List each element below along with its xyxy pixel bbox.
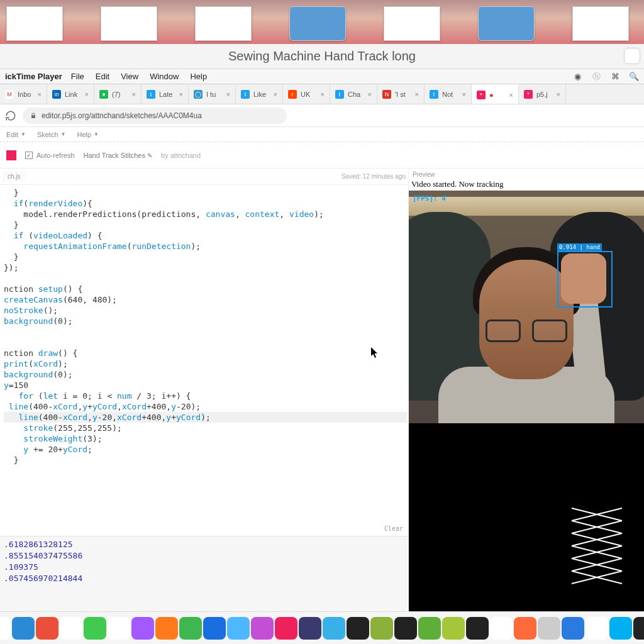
code-editor[interactable]: } if(renderVideo){ model.renderPredictio… [0, 185, 408, 536]
editor-menu-edit[interactable]: Edit▼ [6, 131, 26, 138]
creative-cloud-icon[interactable]: ⌘ [610, 72, 620, 82]
browser-tab[interactable]: tLate× [142, 84, 189, 104]
tab-close-icon[interactable]: × [85, 91, 89, 98]
tab-favicon: * [477, 91, 486, 99]
desktop-doc [101, 6, 157, 41]
tab-close-icon[interactable]: × [274, 91, 277, 98]
browser-tab[interactable]: rUK× [283, 84, 330, 104]
browser-tab[interactable]: tCha× [330, 84, 377, 104]
dock-app-icon[interactable] [442, 617, 465, 640]
dock-app-icon[interactable] [609, 617, 632, 640]
tab-label: Not [442, 91, 453, 98]
dock-app-icon[interactable] [490, 617, 513, 640]
editor-menubar: Edit▼ Sketch▼ Help▼ [0, 127, 644, 142]
quicktime-titlebar: Sewing Machine Hand Track long [0, 44, 644, 69]
tab-close-icon[interactable]: × [132, 91, 136, 98]
tab-label: Late [159, 91, 172, 98]
browser-tab[interactable]: inLink× [47, 84, 94, 104]
titlebar-button[interactable] [624, 48, 640, 64]
menubar-window[interactable]: Window [150, 72, 179, 81]
menubar-help[interactable]: Help [190, 72, 207, 81]
tab-close-icon[interactable]: × [462, 91, 466, 98]
stitch-pattern [569, 502, 625, 592]
tab-label: I tu [206, 91, 216, 98]
dock-app-icon[interactable] [108, 617, 130, 640]
dock-app-icon[interactable] [155, 617, 178, 640]
file-tab[interactable]: ch.js [3, 171, 26, 182]
console-line: .057456970214844 [4, 573, 404, 584]
tab-favicon: in [52, 90, 61, 99]
dock-app-icon[interactable] [466, 617, 489, 640]
console-line: .855154037475586 [4, 550, 404, 562]
tab-close-icon[interactable]: × [226, 91, 230, 98]
dock-app-icon[interactable] [203, 617, 226, 640]
dock-app-icon[interactable] [562, 617, 584, 640]
browser-tab[interactable]: ●(7)× [94, 84, 142, 104]
menubar-file[interactable]: File [71, 72, 84, 81]
tab-close-icon[interactable]: × [179, 91, 183, 98]
browser-tab[interactable]: *●× [472, 84, 519, 104]
dock-app-icon[interactable] [418, 617, 441, 640]
tab-close-icon[interactable]: × [368, 91, 372, 98]
tab-close-icon[interactable]: × [557, 91, 560, 98]
browser-tab[interactable]: N'I st× [377, 84, 425, 104]
tab-close-icon[interactable]: × [509, 91, 513, 99]
detection-label: 0.914 | hand [557, 243, 602, 251]
detection-box: 0.914 | hand [557, 251, 613, 308]
browser-tab[interactable]: *p5.j× [519, 84, 566, 104]
mac-dock [0, 611, 644, 644]
dock-app-icon[interactable] [36, 617, 58, 640]
menubar-edit[interactable]: Edit [96, 72, 109, 81]
console-line: .6182861328125 [4, 539, 404, 550]
recording-icon: ● [489, 91, 494, 99]
browser-tab-strip: MInbo×inLink×●(7)×tLate×◯I tu×tLike×rUK×… [0, 84, 644, 104]
menubar-view[interactable]: View [121, 72, 138, 81]
dock-app-icon[interactable] [370, 617, 393, 640]
dock-app-icon[interactable] [514, 617, 536, 640]
dock-app-icon[interactable] [0, 617, 11, 640]
menubar-app-name[interactable]: ickTime Player [5, 72, 62, 81]
project-bar: ✓ Auto-refresh Hand Track Stitches ✎ by … [0, 142, 644, 169]
dock-app-icon[interactable] [179, 617, 202, 640]
dock-app-icon[interactable] [60, 617, 82, 640]
stop-button[interactable] [6, 150, 16, 160]
dock-app-icon[interactable] [323, 617, 345, 640]
dock-app-icon[interactable] [586, 617, 608, 640]
editor-menu-sketch[interactable]: Sketch▼ [37, 131, 66, 138]
browser-tab[interactable]: tLike× [236, 84, 283, 104]
dock-app-icon[interactable] [633, 617, 644, 640]
tab-close-icon[interactable]: × [321, 91, 325, 98]
console-line: .109375 [4, 562, 404, 573]
tab-close-icon[interactable]: × [38, 91, 42, 98]
console-clear-button[interactable]: Clear [384, 525, 403, 532]
browser-tab[interactable]: MInbo× [0, 84, 47, 104]
dock-app-icon[interactable] [275, 617, 297, 640]
tab-favicon: N [382, 90, 391, 99]
notion-icon[interactable]: Ⓝ [591, 72, 601, 82]
dock-app-icon[interactable] [251, 617, 274, 640]
dock-app-icon[interactable] [299, 617, 321, 640]
sketch-title[interactable]: Hand Track Stitches ✎ [84, 152, 153, 159]
desktop-background [0, 0, 644, 44]
dock-app-icon[interactable] [347, 617, 369, 640]
tab-favicon: t [241, 90, 250, 99]
dock-app-icon[interactable] [12, 617, 35, 640]
desktop-doc [6, 6, 63, 41]
reload-icon[interactable] [5, 110, 16, 121]
dock-app-icon[interactable] [227, 617, 250, 640]
window-title: Sewing Machine Hand Track long [228, 49, 416, 64]
address-bar[interactable]: editor.p5js.org/attnchand/sketches/AAAC0… [23, 108, 287, 124]
tab-close-icon[interactable]: × [415, 91, 419, 98]
browser-tab[interactable]: tNot× [425, 84, 472, 104]
tab-label: Link [65, 91, 77, 98]
screen-record-icon[interactable]: ◉ [572, 72, 582, 82]
browser-tab[interactable]: ◯I tu× [189, 84, 236, 104]
saved-status: Saved: 12 minutes ago [341, 173, 406, 180]
dock-app-icon[interactable] [84, 617, 106, 640]
dock-app-icon[interactable] [131, 617, 154, 640]
dock-app-icon[interactable] [538, 617, 560, 640]
auto-refresh-toggle[interactable]: ✓ Auto-refresh [25, 152, 75, 159]
editor-menu-help[interactable]: Help▼ [77, 131, 99, 138]
spotlight-icon[interactable]: 🔍 [629, 72, 639, 82]
dock-app-icon[interactable] [394, 617, 417, 640]
